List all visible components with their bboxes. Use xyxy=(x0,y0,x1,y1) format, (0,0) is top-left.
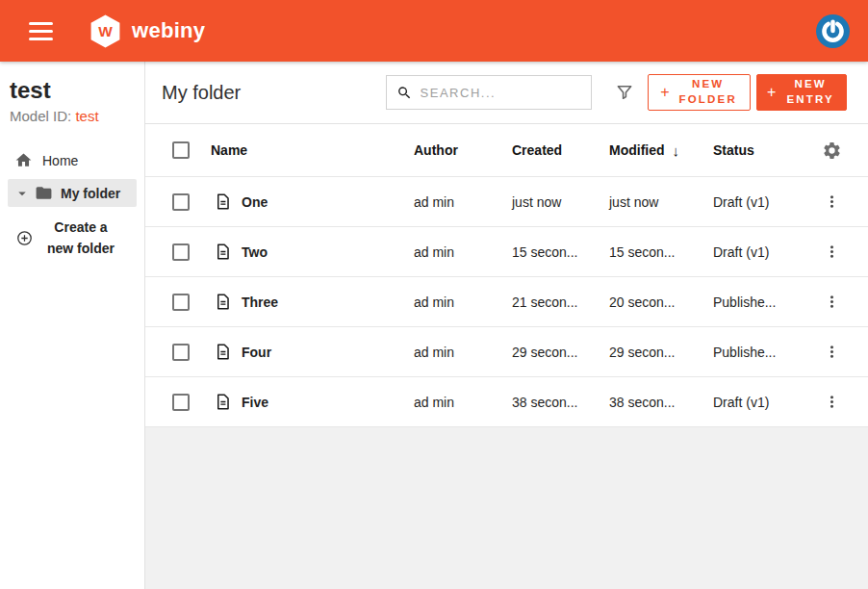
new-entry-button[interactable]: + NEW ENTRY xyxy=(756,74,847,111)
model-id: Model ID: test xyxy=(10,108,144,124)
filter-button[interactable] xyxy=(615,83,634,102)
avatar-icon xyxy=(815,13,851,49)
webiny-logo: W webiny xyxy=(88,13,205,49)
row-checkbox[interactable] xyxy=(172,193,190,211)
table-settings-button[interactable] xyxy=(820,139,844,163)
entry-created: just now xyxy=(503,194,600,210)
entry-created: 29 secon... xyxy=(503,345,600,360)
column-header-created[interactable]: Created xyxy=(503,142,600,158)
chevron-down-icon[interactable] xyxy=(13,185,31,202)
entry-name[interactable]: Four xyxy=(242,345,271,360)
table-row[interactable]: Two ad min 15 secon... 15 secon... Draft… xyxy=(145,227,868,277)
file-icon xyxy=(214,192,232,211)
entry-author: ad min xyxy=(405,194,503,210)
kebab-menu-icon xyxy=(823,393,841,411)
main-content: My folder + NEW FOLDER + NEW ENTRY Name … xyxy=(144,62,868,589)
search-box[interactable] xyxy=(386,75,592,110)
entry-created: 21 secon... xyxy=(503,294,600,310)
entry-modified: 29 secon... xyxy=(600,345,704,360)
search-input[interactable] xyxy=(421,86,583,100)
entry-author: ad min xyxy=(405,345,503,360)
select-all-checkbox[interactable] xyxy=(172,141,190,159)
app-header: W webiny xyxy=(0,0,868,62)
file-icon xyxy=(214,343,232,361)
toolbar: My folder + NEW FOLDER + NEW ENTRY xyxy=(145,62,868,124)
entry-created: 15 secon... xyxy=(503,244,600,260)
svg-text:W: W xyxy=(98,23,113,39)
row-checkbox[interactable] xyxy=(172,394,190,411)
sidebar-item-label: Home xyxy=(42,153,78,168)
entry-modified: just now xyxy=(600,194,704,210)
entry-name[interactable]: One xyxy=(242,194,268,210)
entry-name[interactable]: Three xyxy=(242,294,278,310)
filter-icon xyxy=(615,83,634,102)
create-folder-button[interactable]: Create a new folder xyxy=(0,217,122,259)
entry-status: Publishe... xyxy=(704,294,804,310)
entry-created: 38 secon... xyxy=(503,395,600,410)
entry-status: Draft (v1) xyxy=(704,194,804,210)
table-row[interactable]: Three ad min 21 secon... 20 secon... Pub… xyxy=(145,277,868,327)
sort-desc-icon: ↓ xyxy=(673,142,680,159)
column-header-name[interactable]: Name xyxy=(203,142,405,158)
model-title: test xyxy=(10,77,144,104)
entry-author: ad min xyxy=(405,294,503,310)
kebab-menu-icon xyxy=(823,293,841,311)
page-title: My folder xyxy=(162,82,241,104)
row-checkbox[interactable] xyxy=(172,294,190,311)
hamburger-icon xyxy=(29,22,53,25)
sidebar-item-my-folder[interactable]: My folder xyxy=(8,179,137,207)
table-body: One ad min just now just now Draft (v1) … xyxy=(145,177,868,427)
new-folder-button[interactable]: + NEW FOLDER xyxy=(648,74,751,111)
home-icon xyxy=(14,151,33,169)
sidebar-item-home[interactable]: Home xyxy=(0,145,144,175)
entry-author: ad min xyxy=(405,244,503,260)
row-menu-button[interactable] xyxy=(821,241,843,263)
sidebar-item-label: My folder xyxy=(61,186,120,201)
gear-icon xyxy=(822,141,842,161)
entry-status: Draft (v1) xyxy=(704,244,804,260)
row-menu-button[interactable] xyxy=(821,291,843,313)
entries-table: Name Author Created Modified ↓ Status xyxy=(145,124,868,427)
entry-name[interactable]: Two xyxy=(242,244,268,260)
folder-icon xyxy=(35,184,53,202)
file-icon xyxy=(214,243,232,261)
entry-modified: 15 secon... xyxy=(600,244,704,260)
model-id-value: test xyxy=(75,108,98,124)
folder-tree: Home My folder Create a new folder xyxy=(0,145,144,259)
row-menu-button[interactable] xyxy=(821,391,843,413)
file-icon xyxy=(214,393,232,411)
create-folder-label: Create a new folder xyxy=(39,217,122,259)
plus-icon: + xyxy=(660,85,669,100)
search-icon xyxy=(396,84,413,102)
sidebar: test Model ID: test Home My folder Crea xyxy=(0,62,144,589)
entry-modified: 38 secon... xyxy=(600,395,704,410)
entry-status: Draft (v1) xyxy=(704,395,804,410)
kebab-menu-icon xyxy=(823,343,841,361)
row-checkbox[interactable] xyxy=(172,344,190,361)
plus-circle-icon xyxy=(16,230,33,246)
file-icon xyxy=(214,293,232,311)
entry-author: ad min xyxy=(405,395,503,410)
table-header-row: Name Author Created Modified ↓ Status xyxy=(145,124,868,177)
webiny-hexagon-icon: W xyxy=(88,13,123,49)
hamburger-menu-button[interactable] xyxy=(23,16,59,46)
entry-name[interactable]: Five xyxy=(242,395,268,410)
brand-wordmark: webiny xyxy=(132,18,205,43)
kebab-menu-icon xyxy=(823,243,841,261)
kebab-menu-icon xyxy=(823,192,841,211)
table-row[interactable]: Five ad min 38 secon... 38 secon... Draf… xyxy=(145,377,868,427)
plus-icon: + xyxy=(767,85,776,100)
column-header-author[interactable]: Author xyxy=(405,142,503,158)
row-checkbox[interactable] xyxy=(172,243,190,261)
entry-status: Publishe... xyxy=(704,345,804,360)
column-header-status[interactable]: Status xyxy=(704,142,804,158)
entry-modified: 20 secon... xyxy=(600,294,704,310)
table-row[interactable]: One ad min just now just now Draft (v1) xyxy=(145,177,868,227)
row-menu-button[interactable] xyxy=(821,341,843,363)
table-row[interactable]: Four ad min 29 secon... 29 secon... Publ… xyxy=(145,327,868,377)
row-menu-button[interactable] xyxy=(821,191,843,213)
model-id-label: Model ID: xyxy=(10,108,71,124)
column-header-modified[interactable]: Modified ↓ xyxy=(600,142,704,159)
user-avatar[interactable] xyxy=(815,13,851,49)
